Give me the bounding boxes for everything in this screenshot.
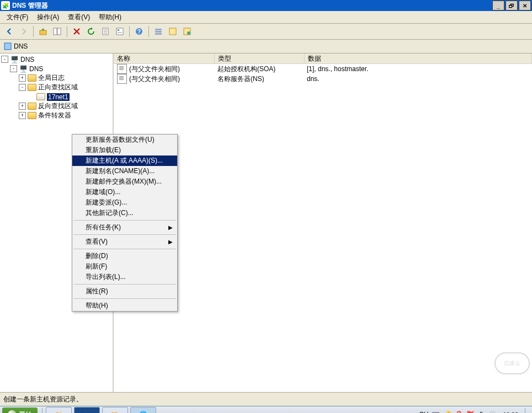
tree-cond-fwd[interactable]: 条件转发器 bbox=[38, 111, 71, 120]
svg-rect-10 bbox=[155, 33, 162, 35]
menu-file[interactable]: 文件(F) bbox=[2, 12, 33, 23]
col-data[interactable]: 数据 bbox=[305, 53, 532, 63]
window-titlebar: 🧩 DNS 管理器 _ 🗗 ✕ bbox=[0, 0, 532, 11]
ctx-new-host[interactable]: 新建主机(A 或 AAAA)(S)... bbox=[72, 155, 177, 166]
ctx-delete[interactable]: 删除(D) bbox=[72, 251, 177, 261]
tree-global-log[interactable]: 全局日志 bbox=[38, 73, 65, 83]
ctx-reload[interactable]: 重新加载(E) bbox=[72, 145, 177, 155]
export-button[interactable] bbox=[99, 25, 112, 38]
folder-icon bbox=[28, 111, 36, 120]
action2-button[interactable] bbox=[180, 25, 194, 38]
help-button[interactable]: ? bbox=[132, 25, 146, 38]
ctx-props[interactable]: 属性(R) bbox=[72, 286, 177, 297]
record-icon bbox=[117, 74, 127, 84]
ctx-new-alias[interactable]: 新建别名(CNAME)(A)... bbox=[72, 166, 177, 176]
system-tray: CH 📼 🔑 ❓ 🚩 🖧 🔊 18:03 bbox=[419, 407, 530, 413]
ctx-new-mx[interactable]: 新建邮件交换器(MX)(M)... bbox=[72, 176, 177, 187]
tray-flag-icon[interactable]: 🚩 bbox=[466, 411, 475, 413]
tree-zone-selected[interactable]: 17net1 bbox=[47, 93, 70, 101]
expand-toggle[interactable]: - bbox=[1, 56, 8, 63]
folder-icon bbox=[28, 74, 36, 83]
ctx-other-rec[interactable]: 其他新记录(C)... bbox=[72, 208, 177, 218]
task-dns[interactable]: 🌐 bbox=[130, 407, 156, 413]
svg-text:?: ? bbox=[137, 29, 141, 35]
list-row[interactable]: (与父文件夹相同) 名称服务器(NS) dns. bbox=[114, 74, 532, 84]
ctx-export[interactable]: 导出列表(L)... bbox=[72, 272, 177, 282]
minimize-button[interactable]: _ bbox=[492, 1, 504, 10]
submenu-arrow-icon: ▶ bbox=[168, 224, 173, 230]
restore-button[interactable]: 🗗 bbox=[506, 1, 518, 10]
svg-rect-8 bbox=[155, 29, 162, 30]
close-button[interactable]: ✕ bbox=[519, 1, 531, 10]
expand-toggle[interactable]: + bbox=[19, 103, 26, 110]
status-bar: 创建一条新主机资源记录。 bbox=[0, 392, 532, 406]
tree-root[interactable]: DNS bbox=[20, 56, 34, 63]
taskbar: 开始 📁 ≥ 📂 🌐 CH 📼 🔑 ❓ 🚩 🖧 🔊 18:03 bbox=[0, 406, 532, 413]
start-orb-icon bbox=[8, 410, 17, 413]
window-title: DNS 管理器 bbox=[12, 1, 48, 10]
ctx-update[interactable]: 更新服务器数据文件(U) bbox=[72, 135, 177, 145]
col-name[interactable]: 名称 bbox=[114, 53, 215, 63]
cell-type: 起始授权机构(SOA) bbox=[217, 65, 275, 74]
tray-sound-icon[interactable]: 🔊 bbox=[488, 411, 496, 413]
svg-rect-1 bbox=[54, 28, 57, 35]
cell-data: [1], dns., hostmaster. bbox=[307, 65, 368, 73]
expand-toggle[interactable]: + bbox=[19, 74, 26, 82]
tray-icon[interactable]: 📼 bbox=[432, 411, 440, 413]
refresh-button[interactable] bbox=[84, 25, 98, 38]
ctx-sep bbox=[73, 220, 176, 221]
menu-help[interactable]: 帮助(H) bbox=[94, 12, 126, 23]
svg-point-13 bbox=[187, 31, 190, 35]
show-desktop[interactable] bbox=[525, 408, 530, 413]
menu-view[interactable]: 查看(V) bbox=[63, 12, 94, 23]
ctx-view[interactable]: 查看(V)▶ bbox=[72, 237, 177, 247]
task-explorer[interactable]: 📁 bbox=[46, 407, 72, 413]
tree-rev-zone[interactable]: 反向查找区域 bbox=[38, 101, 78, 111]
svg-rect-4 bbox=[116, 28, 123, 35]
tray-help-icon[interactable]: ❓ bbox=[455, 411, 463, 413]
delete-button[interactable] bbox=[70, 25, 83, 38]
dns-icon: 🖥️ bbox=[10, 55, 19, 64]
task-folder[interactable]: 📂 bbox=[102, 407, 128, 413]
expand-toggle[interactable]: - bbox=[10, 65, 17, 72]
svg-rect-14 bbox=[4, 43, 11, 50]
ctx-help[interactable]: 帮助(H) bbox=[72, 301, 177, 311]
folder-icon bbox=[28, 102, 36, 111]
expand-toggle[interactable]: - bbox=[19, 84, 26, 91]
address-bar: DNS bbox=[0, 40, 532, 53]
cell-name: (与父文件夹相同) bbox=[129, 74, 180, 84]
ctx-new-deleg[interactable]: 新建委派(G)... bbox=[72, 197, 177, 208]
menu-action[interactable]: 操作(A) bbox=[33, 12, 63, 23]
cell-data: dns. bbox=[307, 75, 320, 83]
properties-button[interactable] bbox=[113, 25, 126, 38]
list-row[interactable]: (与父文件夹相同) 起始授权机构(SOA) [1], dns., hostmas… bbox=[114, 64, 532, 74]
menu-bar: 文件(F) 操作(A) 查看(V) 帮助(H) bbox=[0, 11, 532, 24]
show-hide-button[interactable] bbox=[51, 25, 64, 38]
up-button[interactable] bbox=[36, 25, 50, 38]
ctx-sep bbox=[73, 234, 176, 235]
toolbar: ? bbox=[0, 24, 532, 40]
ctx-sep bbox=[73, 249, 176, 249]
submenu-arrow-icon: ▶ bbox=[168, 239, 173, 245]
server-icon: 🖥️ bbox=[19, 65, 28, 73]
expand-toggle[interactable]: + bbox=[19, 112, 26, 119]
tree-server[interactable]: DNS bbox=[29, 65, 43, 73]
ctx-new-domain[interactable]: 新建域(O)... bbox=[72, 187, 177, 197]
back-button[interactable] bbox=[3, 25, 16, 38]
cell-type: 名称服务器(NS) bbox=[217, 74, 264, 84]
tray-network-icon[interactable]: 🖧 bbox=[478, 411, 485, 413]
ctx-sep bbox=[73, 298, 176, 299]
watermark: 亿速云 bbox=[494, 352, 530, 374]
col-type[interactable]: 类型 bbox=[215, 53, 305, 63]
lang-indicator[interactable]: CH bbox=[419, 411, 428, 413]
record-icon bbox=[117, 64, 127, 74]
svg-rect-0 bbox=[40, 30, 46, 35]
task-powershell[interactable]: ≥ bbox=[74, 407, 100, 413]
ctx-refresh[interactable]: 刷新(F) bbox=[72, 261, 177, 272]
ctx-all-tasks[interactable]: 所有任务(K)▶ bbox=[72, 222, 177, 233]
filter-button[interactable] bbox=[152, 25, 165, 38]
start-button[interactable]: 开始 bbox=[2, 407, 38, 413]
tray-icon[interactable]: 🔑 bbox=[443, 411, 451, 413]
tree-fwd-zone[interactable]: 正向查找区域 bbox=[38, 83, 78, 92]
action1-button[interactable] bbox=[166, 25, 179, 38]
